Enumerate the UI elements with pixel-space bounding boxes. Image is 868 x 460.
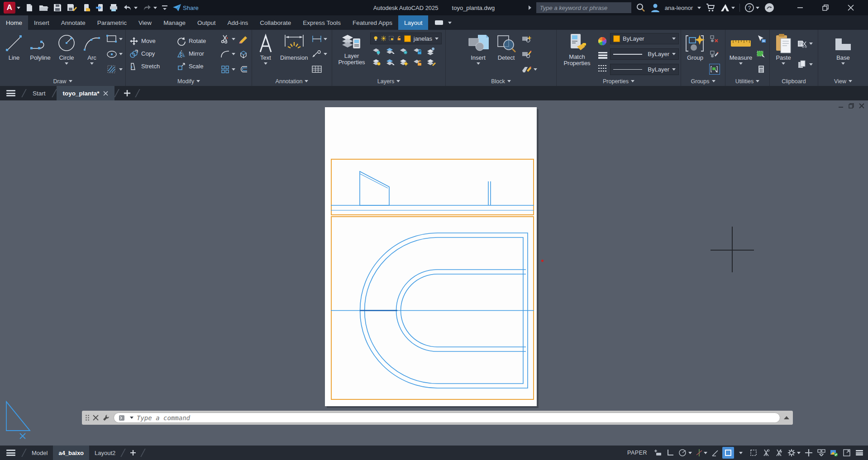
- undo-button[interactable]: [123, 4, 138, 12]
- polar-tracking-toggle[interactable]: [677, 447, 693, 459]
- tab-parametric[interactable]: Parametric: [91, 15, 133, 30]
- save-button[interactable]: [53, 3, 62, 12]
- tab-view[interactable]: View: [133, 15, 157, 30]
- erase-button[interactable]: [238, 33, 249, 44]
- tab-featured-apps[interactable]: Featured Apps: [347, 15, 398, 30]
- search-input[interactable]: Type a keyword or phrase: [536, 2, 631, 13]
- redo-button[interactable]: [142, 4, 157, 12]
- object-color-combo[interactable]: ByLayer: [610, 33, 679, 44]
- linetype-combo[interactable]: ByLayer: [610, 64, 679, 75]
- leader-button[interactable]: [311, 49, 327, 60]
- arc-button[interactable]: Arc: [80, 32, 104, 76]
- object-snap-flyout[interactable]: [735, 447, 747, 459]
- close-icon[interactable]: [103, 91, 108, 96]
- layer-isolate-button[interactable]: [386, 58, 396, 66]
- scale-button[interactable]: Scale: [175, 61, 219, 72]
- copy-button[interactable]: Copy: [128, 48, 172, 60]
- panel-label-groups[interactable]: Groups: [681, 76, 725, 86]
- quick-calculator-button[interactable]: [756, 64, 766, 75]
- layout-tab-layout2[interactable]: Layout2: [89, 446, 121, 460]
- panel-label-modify[interactable]: Modify: [126, 76, 252, 86]
- minimize-button[interactable]: [787, 0, 813, 15]
- offset-button[interactable]: [238, 64, 249, 75]
- customize-qat-button[interactable]: [162, 5, 168, 11]
- insert-button[interactable]: Insert: [464, 32, 492, 76]
- isolate-objects-button[interactable]: [816, 447, 827, 459]
- assistant-icon[interactable]: [764, 2, 775, 13]
- snap-mode-toggle[interactable]: [652, 447, 663, 459]
- space-mode-label[interactable]: PAPER: [627, 450, 647, 456]
- panel-label-layers[interactable]: Layers: [332, 76, 445, 86]
- quick-select-button[interactable]: [756, 33, 766, 44]
- layer-unlock-button[interactable]: [413, 58, 423, 66]
- color-wheel-icon[interactable]: [597, 36, 608, 46]
- layout-tabs-menu-button[interactable]: [0, 450, 22, 456]
- customization-button[interactable]: [854, 447, 865, 459]
- hatch-button[interactable]: [106, 64, 123, 75]
- annotation-visibility-toggle[interactable]: [760, 447, 772, 459]
- command-input[interactable]: Type a command: [114, 413, 780, 423]
- command-customize-wrench-icon[interactable]: [102, 414, 110, 422]
- layout-tab-a4-baixo[interactable]: a4_baixo: [53, 446, 89, 460]
- tab-collaborate[interactable]: Collaborate: [254, 15, 297, 30]
- circle-button[interactable]: Circle: [54, 32, 79, 76]
- tab-insert[interactable]: Insert: [28, 15, 55, 30]
- file-tab-start[interactable]: Start: [26, 86, 52, 100]
- chevron-down-icon[interactable]: [697, 7, 701, 9]
- object-snap-tracking-toggle[interactable]: [710, 447, 721, 459]
- doc-close-button[interactable]: [858, 103, 864, 109]
- file-tabs-menu-button[interactable]: [0, 90, 22, 96]
- search-icon[interactable]: [636, 3, 646, 13]
- username[interactable]: ana-leonor: [665, 5, 693, 11]
- match-properties-button[interactable]: Match Properties: [558, 32, 596, 76]
- cut-button[interactable]: [797, 38, 813, 49]
- new-drawing-tab-button[interactable]: [119, 90, 135, 97]
- linetype-icon[interactable]: [597, 65, 608, 72]
- command-history-expand-icon[interactable]: [784, 416, 789, 419]
- graphics-performance-button[interactable]: [828, 447, 840, 459]
- autodesk-account-button[interactable]: [720, 4, 735, 12]
- layer-select-combo[interactable]: janelas: [370, 33, 442, 44]
- layer-match-layer-button[interactable]: [426, 58, 436, 66]
- panel-label-annotation[interactable]: Annotation: [252, 76, 332, 86]
- cart-icon[interactable]: [706, 3, 715, 12]
- text-button[interactable]: Text: [254, 32, 277, 76]
- save-as-button[interactable]: [67, 3, 77, 12]
- lineweight-icon[interactable]: [597, 52, 608, 59]
- copy-clip-button[interactable]: [797, 59, 813, 70]
- line-button[interactable]: Line: [2, 32, 26, 76]
- layer-off-button[interactable]: [372, 47, 382, 55]
- polyline-button[interactable]: Polyline: [27, 32, 53, 76]
- restore-button[interactable]: [813, 0, 838, 15]
- select-similar-button[interactable]: [756, 49, 766, 60]
- annotation-autoscale-toggle[interactable]: [773, 447, 785, 459]
- layer-make-current-button[interactable]: [386, 47, 396, 55]
- selection-cycling-toggle[interactable]: [748, 447, 759, 459]
- dimension-button[interactable]: Dimension: [278, 32, 310, 76]
- doc-minimize-button[interactable]: [838, 103, 844, 109]
- file-tab-document[interactable]: toyo_planta*: [57, 86, 114, 100]
- ellipse-button[interactable]: [106, 49, 123, 60]
- explode-button[interactable]: [238, 49, 249, 60]
- plot-button[interactable]: [109, 3, 118, 12]
- detect-button[interactable]: Detect: [493, 32, 520, 76]
- user-avatar-icon[interactable]: [650, 3, 660, 13]
- workspace-switching-button[interactable]: [803, 447, 815, 459]
- clean-screen-button[interactable]: [841, 447, 853, 459]
- linear-dimension-button[interactable]: [311, 33, 327, 44]
- new-file-button[interactable]: [25, 3, 34, 12]
- app-menu-button[interactable]: A: [4, 2, 20, 14]
- tab-manage[interactable]: Manage: [157, 15, 191, 30]
- table-button[interactable]: [311, 64, 327, 75]
- group-selection-toggle[interactable]: [709, 64, 720, 75]
- panel-label-clipboard[interactable]: Clipboard: [770, 76, 818, 86]
- layer-match-button[interactable]: [426, 47, 436, 55]
- tab-layout[interactable]: Layout: [398, 15, 429, 30]
- rotate-button[interactable]: Rotate: [175, 35, 219, 47]
- measure-button[interactable]: Measure: [727, 32, 754, 76]
- trim-button[interactable]: [220, 33, 235, 44]
- panel-label-properties[interactable]: Properties: [557, 76, 681, 86]
- isodraft-toggle[interactable]: [694, 447, 709, 459]
- command-drag-grip[interactable]: [86, 415, 89, 421]
- ribbon-display-options-button[interactable]: [434, 15, 452, 30]
